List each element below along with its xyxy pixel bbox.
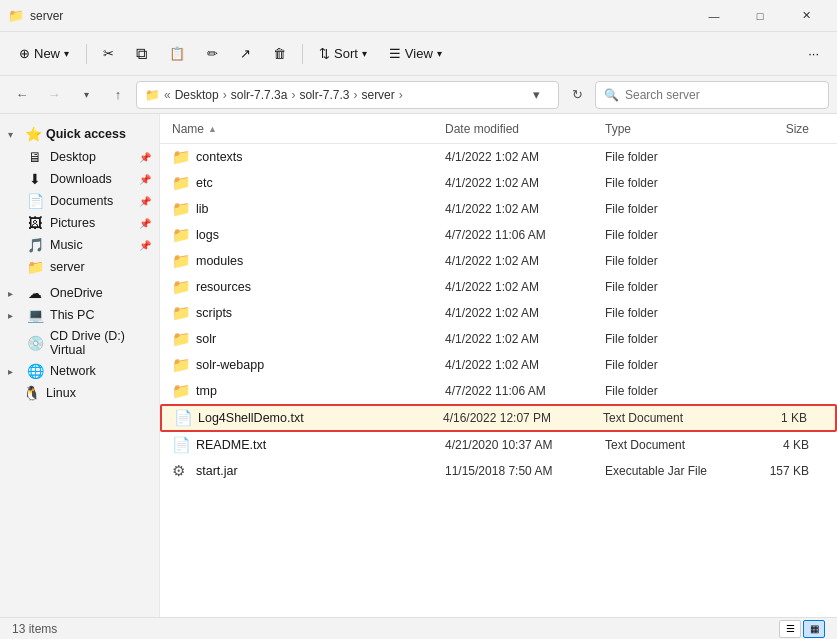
folder-icon: 📁 <box>172 200 192 218</box>
sidebar: ▾ ⭐ Quick access 🖥 Desktop 📌 ⬇ Downloads… <box>0 114 160 617</box>
col-type-header[interactable]: Type <box>605 122 745 136</box>
table-row[interactable]: 📄 README.txt 4/21/2020 10:37 AM Text Doc… <box>160 432 837 458</box>
paste-button[interactable]: 📋 <box>159 38 195 70</box>
pin-icon-downloads: 📌 <box>139 174 151 185</box>
file-list: Name Date modified Type Size 📁 contexts … <box>160 114 837 617</box>
search-input[interactable] <box>625 88 820 102</box>
back-button[interactable]: ← <box>8 81 36 109</box>
view-icon: ☰ <box>389 46 401 61</box>
sidebar-item-documents[interactable]: 📄 Documents 📌 <box>0 190 159 212</box>
folder-icon: 📁 <box>172 278 192 296</box>
forward-button[interactable]: → <box>40 81 68 109</box>
view-button[interactable]: ☰ View ▾ <box>379 38 452 70</box>
sidebar-item-server[interactable]: 📁 server <box>0 256 159 278</box>
col-date-header[interactable]: Date modified <box>445 122 605 136</box>
thispc-label: This PC <box>50 308 147 322</box>
details-view-button[interactable]: ▦ <box>803 620 825 638</box>
table-row[interactable]: 📁 scripts 4/1/2022 1:02 AM File folder <box>160 300 837 326</box>
copy-button[interactable]: ⧉ <box>126 38 157 70</box>
sort-button[interactable]: ⇅ Sort ▾ <box>309 38 377 70</box>
breadcrumb-current[interactable]: server <box>361 88 394 102</box>
refresh-button[interactable]: ↻ <box>563 81 591 109</box>
delete-icon: 🗑 <box>273 46 286 61</box>
star-icon: ⭐ <box>24 126 42 142</box>
file-size: 157 KB <box>745 464 825 478</box>
onedrive-icon: ☁ <box>26 285 44 301</box>
new-button[interactable]: ⊕ New ▾ <box>8 38 80 70</box>
col-name-header[interactable]: Name <box>172 122 445 136</box>
table-row[interactable]: 📁 contexts 4/1/2022 1:02 AM File folder <box>160 144 837 170</box>
col-size-header[interactable]: Size <box>745 122 825 136</box>
overflow-button[interactable]: ··· <box>798 38 829 70</box>
toolbar: ⊕ New ▾ ✂ ⧉ 📋 ✏ ↗ 🗑 ⇅ Sort ▾ ☰ View ▾ ··… <box>0 32 837 76</box>
file-date: 4/1/2022 1:02 AM <box>445 358 605 372</box>
breadcrumb[interactable]: 📁 « Desktop › solr-7.7.3a › solr-7.7.3 ›… <box>136 81 559 109</box>
sidebar-item-downloads[interactable]: ⬇ Downloads 📌 <box>0 168 159 190</box>
sidebar-item-cddrive[interactable]: 💿 CD Drive (D:) Virtual <box>0 326 159 360</box>
file-list-header: Name Date modified Type Size <box>160 114 837 144</box>
file-name: solr-webapp <box>192 358 445 372</box>
table-row[interactable]: ⚙ start.jar 11/15/2018 7:50 AM Executabl… <box>160 458 837 484</box>
pin-icon-pictures: 📌 <box>139 218 151 229</box>
search-box[interactable]: 🔍 <box>595 81 829 109</box>
breadcrumb-sep-1: › <box>223 88 227 102</box>
breadcrumb-sep-2: › <box>291 88 295 102</box>
sidebar-item-onedrive[interactable]: ▸ ☁ OneDrive <box>0 282 155 304</box>
file-type: File folder <box>605 202 745 216</box>
breadcrumb-item-desktop[interactable]: Desktop <box>175 88 219 102</box>
dropdown-button[interactable]: ▾ <box>72 81 100 109</box>
up-button[interactable]: ↑ <box>104 81 132 109</box>
desktop-icon: 🖥 <box>26 149 44 165</box>
table-row[interactable]: 📁 etc 4/1/2022 1:02 AM File folder <box>160 170 837 196</box>
sidebar-item-documents-label: Documents <box>50 194 133 208</box>
sidebar-item-pictures[interactable]: 🖼 Pictures 📌 <box>0 212 159 234</box>
table-row[interactable]: 📁 modules 4/1/2022 1:02 AM File folder <box>160 248 837 274</box>
minimize-button[interactable]: — <box>691 0 737 32</box>
table-row[interactable]: 📁 logs 4/7/2022 11:06 AM File folder <box>160 222 837 248</box>
list-view-button[interactable]: ☰ <box>779 620 801 638</box>
quick-access-section: ▾ ⭐ Quick access 🖥 Desktop 📌 ⬇ Downloads… <box>0 122 159 278</box>
table-row[interactable]: 📁 lib 4/1/2022 1:02 AM File folder <box>160 196 837 222</box>
sidebar-item-downloads-label: Downloads <box>50 172 133 186</box>
table-row[interactable]: 📁 tmp 4/7/2022 11:06 AM File folder <box>160 378 837 404</box>
view-buttons: ☰ ▦ <box>779 620 825 638</box>
file-name: scripts <box>192 306 445 320</box>
table-row[interactable]: 📁 solr-webapp 4/1/2022 1:02 AM File fold… <box>160 352 837 378</box>
quick-access-label: Quick access <box>46 127 126 141</box>
pictures-icon: 🖼 <box>26 215 44 231</box>
table-row[interactable]: 📄 Log4ShellDemo.txt 4/16/2022 12:07 PM T… <box>160 404 837 432</box>
nav-bar: ← → ▾ ↑ 📁 « Desktop › solr-7.7.3a › solr… <box>0 76 837 114</box>
window-controls: — □ ✕ <box>691 0 829 32</box>
sidebar-item-network[interactable]: ▸ 🌐 Network <box>0 360 155 382</box>
sort-label: Sort <box>334 46 358 61</box>
share-button[interactable]: ↗ <box>230 38 261 70</box>
file-date: 4/16/2022 12:07 PM <box>443 411 603 425</box>
server-folder-icon: 📁 <box>26 259 44 275</box>
file-type: File folder <box>605 254 745 268</box>
sidebar-item-linux[interactable]: 🐧 Linux <box>0 382 155 404</box>
folder-icon: 📁 <box>172 148 192 166</box>
breadcrumb-item-solr773a[interactable]: solr-7.7.3a <box>231 88 288 102</box>
sidebar-item-thispc[interactable]: ▸ 💻 This PC <box>0 304 155 326</box>
breadcrumb-sep-4: › <box>399 88 403 102</box>
file-name: contexts <box>192 150 445 164</box>
close-button[interactable]: ✕ <box>783 0 829 32</box>
breadcrumb-item-solr773[interactable]: solr-7.7.3 <box>299 88 349 102</box>
sidebar-item-desktop[interactable]: 🖥 Desktop 📌 <box>0 146 159 168</box>
table-row[interactable]: 📁 resources 4/1/2022 1:02 AM File folder <box>160 274 837 300</box>
title-bar-left: 📁 server <box>8 8 63 24</box>
separator-2 <box>302 44 303 64</box>
cut-button[interactable]: ✂ <box>93 38 124 70</box>
sidebar-item-music-label: Music <box>50 238 133 252</box>
file-date: 4/1/2022 1:02 AM <box>445 306 605 320</box>
maximize-button[interactable]: □ <box>737 0 783 32</box>
title-bar: 📁 server — □ ✕ <box>0 0 837 32</box>
sidebar-item-music[interactable]: 🎵 Music 📌 <box>0 234 159 256</box>
quick-access-header[interactable]: ▾ ⭐ Quick access <box>0 122 159 146</box>
expand-breadcrumb[interactable]: ▾ <box>522 81 550 109</box>
rename-button[interactable]: ✏ <box>197 38 228 70</box>
delete-button[interactable]: 🗑 <box>263 38 296 70</box>
table-row[interactable]: 📁 solr 4/1/2022 1:02 AM File folder <box>160 326 837 352</box>
folder-icon: 📁 <box>172 304 192 322</box>
downloads-icon: ⬇ <box>26 171 44 187</box>
